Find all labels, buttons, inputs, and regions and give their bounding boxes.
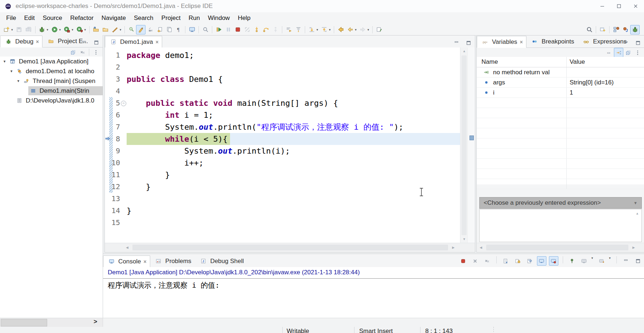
code-line-14[interactable]: } [127,205,460,217]
menu-file[interactable]: File [2,13,20,23]
terminate-icon[interactable] [459,256,468,266]
java-perspective-icon[interactable]: J [621,25,630,34]
maximize-view-icon[interactable] [633,38,643,47]
console-content[interactable]: Demo1 [Java Application] D:\Develop\Java… [103,267,644,318]
run-icon[interactable] [50,25,59,34]
variable-row[interactable] [477,179,644,189]
use-step-filters-icon[interactable] [294,25,303,34]
scroll-left-icon[interactable]: ◀ [480,246,482,249]
scroll-lock-icon[interactable] [513,256,522,266]
code-line-10[interactable]: i++; [127,157,460,169]
expression-combo[interactable]: <Choose a previously entered expression>… [479,197,642,209]
paint-brush-icon[interactable] [110,25,120,34]
console-monitor-icon[interactable] [187,25,197,34]
variable-row-args[interactable]: argsString[0] (id=16) [477,78,644,88]
variables-horizontal-scrollbar[interactable]: ◀ ▶ [477,243,644,252]
view-menu-icon[interactable] [633,48,642,57]
editor-vertical-scrollbar[interactable]: ▲ ▼ [460,47,468,243]
close-tab-icon[interactable]: × [520,39,523,45]
pilcrow-icon[interactable]: ¶ [174,25,183,34]
maximize-view-icon[interactable] [91,38,101,47]
view-tab-variables[interactable]: (x)=Variables× [477,36,526,48]
terminate-icon[interactable] [233,25,242,34]
scroll-right-icon[interactable]: > [94,318,97,325]
search-icon[interactable] [584,25,594,34]
debug-bug-icon[interactable] [37,25,47,34]
view-tab-console[interactable]: Console× [103,255,150,267]
tree-item-content[interactable]: Thread [main] (Suspen [21,76,103,86]
view-tab-debug-shell[interactable]: JDebug Shell [195,255,247,267]
show-logical-structure-icon[interactable] [614,48,623,57]
overview-ruler[interactable] [467,47,475,243]
code-line-15[interactable] [127,217,460,229]
step-over-icon[interactable] [261,25,271,34]
variable-row[interactable] [477,169,644,179]
save-icon[interactable] [15,25,24,34]
view-tab-debug[interactable]: Debug× [0,36,42,47]
load-down-dropdown-icon[interactable]: ▾ [316,28,318,32]
tree-item-thread-main-suspen[interactable]: ▾Thread [main] (Suspen [0,76,103,86]
tree-item-demo1-demo1-at-localho[interactable]: ▾demo1.Demo1 at localho [0,66,103,76]
scroll-up-icon[interactable]: ▲ [463,50,466,53]
debug-bug-dropdown-icon[interactable]: ▾ [47,28,49,32]
scroll-right-icon[interactable]: ▶ [632,246,635,249]
drop-to-frame-icon[interactable] [284,25,294,34]
expander-icon[interactable]: ▾ [15,79,21,83]
hide-annotations-icon[interactable] [201,25,210,34]
scroll-down-icon[interactable]: ▼ [463,238,466,241]
debug-view-horizontal-scrollbar[interactable]: > [0,318,103,327]
remove-all-terminated-icon[interactable] [78,47,87,57]
close-tab-icon[interactable]: × [156,39,159,45]
collapse-all-icon[interactable] [623,48,633,57]
show-doc-icon[interactable] [164,25,174,34]
menu-window[interactable]: Window [204,13,234,23]
variable-row-i[interactable]: i1 [477,88,644,98]
remove-launch-icon[interactable] [471,256,480,266]
tree-item-d-develop-java-jdk1-8-0[interactable]: D:\Develop\Java\jdk1.8.0 [0,96,103,105]
menu-search[interactable]: Search [130,13,157,23]
code-line-7[interactable]: System.out.println("程序调试演示，注意观察 i 的值: ")… [127,121,460,133]
scrollbar-thumb[interactable] [1,319,47,326]
minimize-view-icon[interactable] [79,38,89,47]
tree-item-demo1-main-strin[interactable]: Demo1.main(Strin [0,86,103,96]
open-console-dropdown-icon[interactable]: ▾ [609,256,611,266]
variable-row[interactable] [477,128,644,138]
open-perspective-icon[interactable] [598,25,607,34]
menu-navigate[interactable]: Navigate [98,13,130,23]
menu-refactor[interactable]: Refactor [66,13,98,23]
column-name[interactable]: Name [477,57,566,67]
minimize-view-icon[interactable] [621,256,631,266]
sprinkler-icon[interactable] [145,25,155,34]
show-stdout-icon[interactable] [537,256,546,266]
code-line-2[interactable] [127,61,460,73]
load-down-icon[interactable] [307,25,316,34]
variable-row[interactable] [477,98,644,108]
code-line-12[interactable]: } [127,181,460,193]
new-wizard-dropdown-icon[interactable]: ▾ [11,28,13,32]
collapse-all-icon[interactable] [68,47,78,57]
code-line-8[interactable]: while(i < 5){ [127,133,460,145]
view-tab-breakpoints[interactable]: Breakpoints [526,36,578,47]
scrollbar-thumb[interactable] [132,245,448,250]
code-editor[interactable]: 123456789101112131415 − package demo1;pu… [105,47,475,243]
display-console-dropdown-icon[interactable]: ▾ [591,256,593,266]
forward-icon[interactable] [358,25,368,34]
view-tab-problems[interactable]: Problems [150,255,195,267]
scroll-up-icon[interactable]: ▲ [636,212,639,215]
forward-dropdown-icon[interactable]: ▾ [368,28,369,32]
code-line-1[interactable]: package demo1; [127,49,460,61]
close-tab-icon[interactable]: × [143,259,146,265]
minimize-view-icon[interactable] [621,38,631,47]
menu-run[interactable]: Run [185,13,204,23]
run-external-icon[interactable] [75,25,84,34]
close-tab-icon[interactable]: × [36,39,39,45]
back-bold-icon[interactable] [336,25,345,34]
close-button[interactable] [627,0,644,12]
suspend-icon[interactable] [223,25,233,34]
code-line-6[interactable]: int i = 1; [127,109,460,121]
search-annotation-icon[interactable] [127,25,136,34]
debug-perspective-icon[interactable] [630,25,640,34]
pin-console-icon[interactable] [567,256,577,266]
scrollbar-thumb[interactable] [462,55,467,235]
column-value[interactable]: Value [566,57,644,67]
